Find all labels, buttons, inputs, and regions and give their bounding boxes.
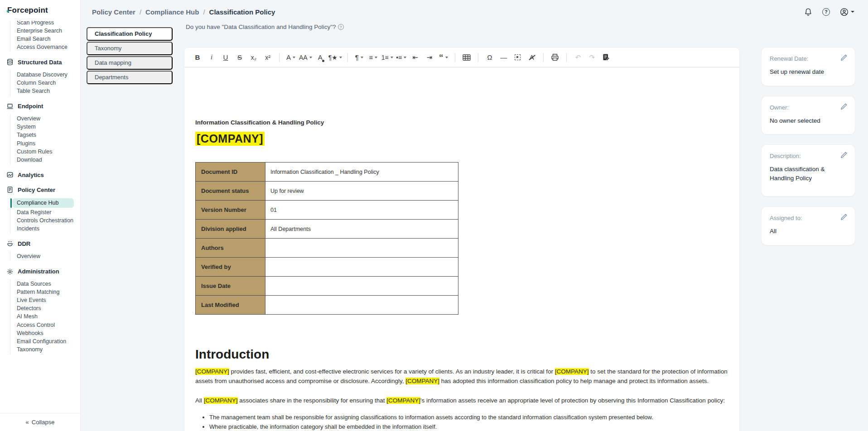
text-highlight-button[interactable]: A — [314, 51, 326, 64]
sidebar-item-data-sources[interactable]: Data Sources — [17, 280, 80, 288]
editor-toolbar: B i U S x₂ x² A AA A ¶★ ¶ ≡ 1≡ •≡ ⇤ — [184, 48, 739, 67]
sidebar-item-detectors[interactable]: Detectors — [17, 305, 80, 313]
table-icon — [463, 54, 471, 61]
sidebar-item-admin-taxonomy[interactable]: Taxonomy — [17, 345, 80, 354]
sidebar-item-ai-mesh[interactable]: AI Mesh — [17, 313, 80, 321]
indent-button[interactable]: ⇥ — [424, 51, 435, 64]
sidebar-section-administration[interactable]: Administration — [0, 267, 80, 276]
breadcrumb-policy-center[interactable]: Policy Center — [92, 8, 135, 16]
sidebar-section-analytics[interactable]: Analytics — [0, 170, 80, 179]
font-size-button[interactable]: AA — [299, 51, 312, 64]
tab-data-mapping[interactable]: Data mapping — [87, 56, 173, 70]
sidebar-group-administration: Administration Data Sources Pattern Matc… — [0, 267, 80, 354]
sidebar-item-access-governance[interactable]: Access Governance — [17, 43, 80, 51]
sidebar-item-webhooks[interactable]: Webhooks — [17, 329, 80, 337]
strikethrough-button[interactable]: S — [234, 51, 246, 64]
sidebar-item-ddr-overview[interactable]: Overview — [17, 252, 80, 260]
sidebar-item-database-discovery[interactable]: Database Discovery — [17, 71, 80, 79]
tab-classification-policy[interactable]: Classification Policy — [87, 27, 173, 41]
sidebar-item-live-events[interactable]: Live Events — [17, 297, 80, 305]
sidebar-item-custom-rules[interactable]: Custom Rules — [17, 148, 80, 156]
chevron-down-icon — [309, 57, 312, 58]
horizontal-line-button[interactable]: — — [498, 51, 510, 64]
list-item: Where practicable, the information categ… — [209, 422, 728, 431]
user-menu[interactable] — [840, 8, 854, 16]
paragraph-format-button[interactable]: ¶ — [353, 51, 365, 64]
sidebar-item-plugins[interactable]: Plugins — [17, 139, 80, 148]
intro-paragraph-1: [COMPANY] provides fast, efficient, and … — [195, 367, 728, 386]
superscript-button[interactable]: x² — [262, 51, 274, 64]
document-meta-table: Document ID Information Classification _… — [195, 162, 458, 315]
sidebar-item-system[interactable]: System — [17, 123, 80, 131]
sidebar-item-data-register[interactable]: Data Register — [17, 208, 80, 216]
description-card: Description: Data classification & Handl… — [761, 144, 855, 196]
paragraph-style-button[interactable]: ¶★ — [328, 51, 342, 64]
blockquote-button[interactable]: “ — [438, 51, 449, 64]
meta-value — [265, 239, 458, 258]
ordered-list-button[interactable]: 1≡ — [381, 51, 393, 64]
meta-value: Information Classification _ Handling Po… — [265, 163, 458, 182]
notifications-bell-icon[interactable] — [804, 8, 812, 16]
detail-panel: Renewal Date: Set up renewal date Owner: — [761, 47, 855, 245]
table-row: Last Modified — [196, 296, 458, 315]
chevron-down-icon — [293, 57, 295, 58]
edit-assigned-to-button[interactable] — [840, 213, 848, 220]
sidebar-item-table-search[interactable]: Table Search — [17, 87, 80, 96]
chevron-down-icon — [339, 57, 342, 58]
insert-table-button[interactable] — [461, 51, 473, 64]
sidebar-group-endpoint: Endpoint Overview System Tagsets Plugins… — [0, 102, 80, 165]
clear-formatting-button[interactable]: A — [526, 51, 538, 64]
sidebar-item-email-search[interactable]: Email Search — [17, 35, 80, 43]
sidebar-section-policy-center[interactable]: Policy Center — [0, 185, 80, 194]
sidebar-item-email-configuration[interactable]: Email Configuration — [17, 337, 80, 345]
redo-button[interactable]: ↷ — [586, 51, 598, 64]
sidebar-section-endpoint[interactable]: Endpoint — [0, 102, 80, 111]
sidebar-section-structured-data[interactable]: Structured Data — [0, 57, 80, 67]
sidebar-item-tagsets[interactable]: Tagsets — [17, 131, 80, 139]
renewal-date-card: Renewal Date: Set up renewal date — [761, 47, 855, 86]
radar-icon — [6, 240, 14, 247]
sidebar-item-scan-progress[interactable]: Scan Progress — [17, 21, 80, 27]
align-button[interactable]: ≡ — [367, 51, 379, 64]
tab-departments[interactable]: Departments — [87, 71, 173, 84]
sidebar-item-download[interactable]: Download — [17, 156, 80, 164]
select-all-button[interactable] — [512, 51, 524, 64]
edit-owner-button[interactable] — [840, 102, 848, 110]
print-button[interactable] — [549, 51, 561, 64]
document-editable-area[interactable]: Information Classification & Handling Po… — [184, 67, 739, 431]
sidebar-section-ddr[interactable]: DDR — [0, 239, 80, 248]
italic-button[interactable]: i — [206, 51, 217, 64]
sidebar-item-controls-orchestration[interactable]: Controls Orchestration — [17, 216, 80, 225]
sidebar-item-endpoint-overview[interactable]: Overview — [17, 115, 80, 123]
question-help-icon[interactable]: ? — [338, 24, 344, 30]
meta-label: Last Modified — [196, 296, 265, 315]
special-character-button[interactable]: Ω — [484, 51, 496, 64]
breadcrumb-compliance-hub[interactable]: Compliance Hub — [145, 8, 199, 16]
sidebar-item-enterprise-search[interactable]: Enterprise Search — [17, 27, 80, 35]
help-icon[interactable]: ? — [822, 8, 830, 16]
undo-button[interactable]: ↶ — [572, 51, 584, 64]
sidebar-item-access-control[interactable]: Access Control — [17, 321, 80, 329]
toolbar-divider — [279, 53, 280, 62]
sidebar-item-column-search[interactable]: Column Search — [17, 79, 80, 87]
toolbar-divider — [566, 53, 567, 62]
subscript-button[interactable]: x₂ — [248, 51, 260, 64]
sidebar-item-compliance-hub[interactable]: Compliance Hub — [12, 198, 74, 208]
intro-heading: Introduction — [195, 347, 728, 362]
tab-taxonomy[interactable]: Taxonomy — [87, 42, 173, 55]
edit-description-button[interactable] — [840, 151, 848, 158]
table-row: Document status Up for review — [196, 182, 458, 201]
font-color-button[interactable]: A — [285, 51, 297, 64]
bold-button[interactable]: B — [192, 51, 203, 64]
outdent-button[interactable]: ⇤ — [410, 51, 421, 64]
edit-renewal-date-button[interactable] — [840, 53, 848, 61]
chevron-down-icon — [391, 57, 393, 58]
underline-button[interactable]: U — [220, 51, 231, 64]
toolbar-divider — [543, 53, 544, 62]
gear-icon — [6, 268, 14, 275]
bullet-list-button[interactable]: •≡ — [395, 51, 407, 64]
track-changes-button[interactable] — [600, 51, 612, 64]
sidebar-item-pattern-matching[interactable]: Pattern Matching — [17, 288, 80, 297]
sidebar-item-incidents[interactable]: Incidents — [17, 225, 80, 233]
collapse-button[interactable]: « Collapse — [0, 413, 80, 431]
